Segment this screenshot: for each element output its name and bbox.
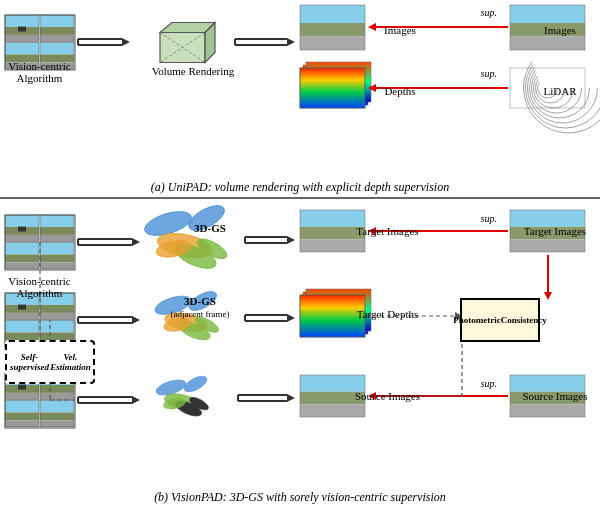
self-supervised-box: Self-supervised Vel. Estimation — [5, 340, 95, 384]
images-label-a-left: Images — [375, 24, 425, 36]
volume-rendering-label: Volume Rendering — [148, 65, 238, 77]
sup-label-b-target-img: sup. — [481, 213, 497, 224]
vision-centric-label-a: Vision-centricAlgorithm — [2, 60, 77, 84]
photometric-box: Photometric Consistency — [460, 298, 540, 342]
target-images-label: Target Images — [350, 225, 425, 237]
lidar-label-a: LiDAR — [530, 85, 590, 97]
images-label-a-right: Images — [530, 24, 590, 36]
gs-adj-label: 3D-GS (adjacent frame) — [155, 295, 245, 319]
source-images-label: Source Images — [350, 390, 425, 402]
gs-main-label: 3D-GS — [175, 222, 245, 234]
source-images-label-right: Source Images — [515, 390, 595, 402]
depths-label-a: Depths — [375, 85, 425, 97]
vision-centric-label-b: Vision-centricAlgorithm — [2, 275, 77, 299]
sup-label-a-images: sup. — [481, 7, 497, 18]
diagram-container: Vision-centricAlgorithm Volume Rendering… — [0, 0, 600, 516]
target-depths-label: Target Depths — [350, 308, 425, 320]
sup-label-b-source-img: sup. — [481, 378, 497, 389]
sup-label-a-depths: sup. — [481, 68, 497, 79]
caption-b: (b) VisionPAD: 3D-GS with sorely vision-… — [0, 490, 600, 512]
target-images-label-right: Target Images — [515, 225, 595, 237]
